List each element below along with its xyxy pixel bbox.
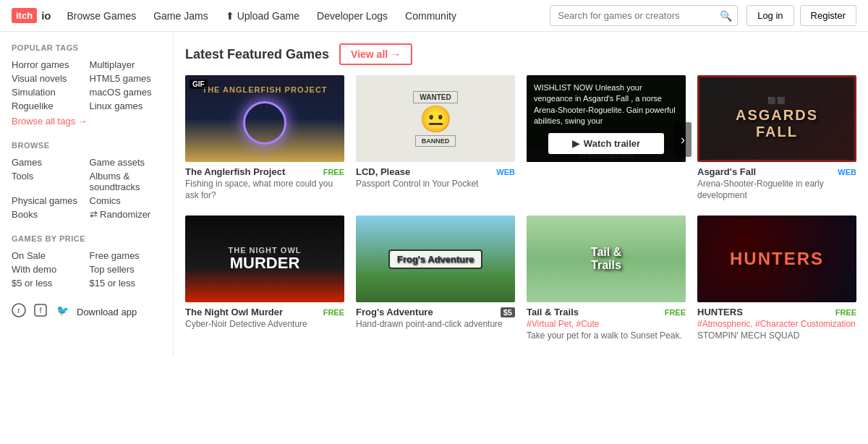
price-title: GAMES BY PRICE [12, 234, 161, 243]
tag-atmospheric[interactable]: #Atmospheric, #Character Customization [697, 319, 856, 329]
tag-horror[interactable]: Horror games [12, 59, 84, 70]
tag-roguelike[interactable]: Roguelike [12, 101, 84, 111]
game-desc: STOMPIN' MECH SQUAD [697, 330, 856, 342]
browse-books[interactable]: Books [12, 209, 84, 220]
game-info-nightowl: The Night Owl Murder FREE Cyber-Noir Det… [185, 302, 344, 333]
browse-albums[interactable]: Albums & soundtracks [90, 171, 162, 192]
game-thumb-anglerfish: GIF THE ANGLERFISH PROJECT [185, 75, 344, 162]
asgard-title-art: ASGARDSFALL [736, 107, 818, 140]
game-thumb-lcd: WANTED 😐 BANNED [356, 75, 515, 162]
svg-text:🐦: 🐦 [56, 304, 69, 317]
game-card-asgard[interactable]: ⬛⬛ ASGARDSFALL Asgard's Fall WEB Arena-S… [697, 75, 856, 204]
browse-comics[interactable]: Comics [90, 195, 162, 206]
game-info-hunters: HUNTERS FREE #Atmospheric, #Character Cu… [697, 302, 856, 345]
game-info-ingame [527, 162, 686, 192]
game-title: The Anglerfish Project [185, 166, 320, 177]
browse-all-tags[interactable]: Browse all tags → [12, 116, 88, 127]
game-thumb-hunters: HUNTERS [697, 215, 856, 302]
browse-randomizer[interactable]: ⇄ Randomizer [90, 209, 162, 220]
game-desc: Passport Control in Your Pocket [356, 179, 515, 190]
tag-virtual-pet[interactable]: #Virtual Pet, #Cute [527, 319, 600, 329]
browse-tools[interactable]: Tools [12, 171, 84, 192]
price-section: GAMES BY PRICE On Sale Free games With d… [12, 234, 161, 289]
tag-macos[interactable]: macOS games [90, 87, 162, 98]
logo-text: io [41, 9, 51, 22]
price-on-sale[interactable]: On Sale [12, 250, 84, 261]
game-info-asgard: Asgard's Fall WEB Arena-Shooter-Roguelit… [697, 162, 856, 204]
download-app-link[interactable]: Download app [77, 307, 137, 317]
game-title: Frog's Adventure [356, 307, 498, 317]
game-info-anglerfish: The Anglerfish Project FREE Fishing in s… [185, 162, 344, 204]
logo-box: itch [12, 8, 37, 23]
gif-badge: GIF [190, 80, 208, 89]
watch-trailer-button[interactable]: ▶ Watch trailer [548, 133, 664, 154]
game-card-ingame[interactable]: WISHLIST NOW Unleash your vengeance in A… [527, 75, 686, 204]
nav-community[interactable]: Community [398, 0, 464, 32]
section-title: Latest Featured Games [185, 47, 329, 62]
main-layout: POPULAR TAGS Horror games Multiplayer Vi… [0, 32, 868, 357]
game-desc: Arena-Shooter-Roguelite in early develop… [697, 179, 856, 201]
nav-game-jams[interactable]: Game Jams [146, 0, 215, 32]
game-info-tail: Tail & Trails FREE #Virtual Pet, #Cute T… [527, 302, 686, 345]
register-button[interactable]: Register [800, 5, 856, 26]
price-top-sellers[interactable]: Top sellers [90, 264, 162, 275]
nav-browse-games[interactable]: Browse Games [59, 0, 143, 32]
game-thumb-ingame: WISHLIST NOW Unleash your vengeance in A… [527, 75, 686, 162]
game-title: The Night Owl Murder [185, 307, 320, 317]
nav-developer-logs[interactable]: Developer Logs [310, 0, 395, 32]
browse-game-assets[interactable]: Game assets [90, 157, 162, 168]
tag-multiplayer[interactable]: Multiplayer [90, 59, 162, 70]
tag-visual-novels[interactable]: Visual novels [12, 73, 84, 84]
tag-simulation[interactable]: Simulation [12, 87, 84, 98]
circle-glow [243, 101, 286, 145]
tag-html5[interactable]: HTML5 games [90, 73, 162, 84]
facebook-icon[interactable]: f [33, 303, 48, 321]
game-title: HUNTERS [697, 307, 833, 317]
game-card-anglerfish[interactable]: GIF THE ANGLERFISH PROJECT The Anglerfis… [185, 75, 344, 204]
game-card-hunters[interactable]: HUNTERS HUNTERS FREE #Atmospheric, #Char… [697, 215, 856, 345]
game-badge: FREE [323, 308, 344, 317]
game-card-lcd[interactable]: WANTED 😐 BANNED LCD, Please WEB Passport… [356, 75, 515, 204]
game-desc: Hand-drawn point-and-click adventure [356, 319, 515, 330]
content: Latest Featured Games View all → GIF THE… [174, 32, 868, 357]
game-card-frog[interactable]: Frog's Adventure Frog's Adventure $5 Han… [356, 215, 515, 345]
sidebar-tags: Horror games Multiplayer Visual novels H… [12, 59, 161, 111]
price-with-demo[interactable]: With demo [12, 264, 84, 275]
login-button[interactable]: Log in [746, 5, 793, 26]
game-card-tail[interactable]: Tail &Trails Tail & Trails FREE #Virtual… [527, 215, 686, 345]
browse-physical[interactable]: Physical games [12, 195, 84, 206]
game-badge: FREE [665, 308, 686, 317]
price-5-less[interactable]: $5 or less [12, 278, 84, 289]
price-15-less[interactable]: $15 or less [90, 278, 162, 289]
twitter-icon[interactable]: 🐦 [55, 303, 69, 321]
hunters-title-art: HUNTERS [730, 249, 824, 269]
tag-linux[interactable]: Linux games [90, 101, 162, 111]
game-desc: Cyber-Noir Detective Adventure [185, 319, 344, 330]
game-desc: Fishing in space, what more could you as… [185, 179, 344, 201]
search-icon: 🔍 [720, 10, 732, 22]
carousel-next-icon[interactable]: › [674, 122, 692, 157]
browse-games[interactable]: Games [12, 157, 84, 168]
upload-icon: ⬆ [226, 10, 234, 22]
price-free[interactable]: Free games [90, 250, 162, 261]
sidebar: POPULAR TAGS Horror games Multiplayer Vi… [0, 32, 174, 357]
popular-tags-section: POPULAR TAGS Horror games Multiplayer Vi… [12, 43, 161, 127]
game-tags: #Virtual Pet, #Cute [527, 319, 686, 329]
game-tags: #Atmospheric, #Character Customization [697, 319, 856, 329]
reddit-icon[interactable]: r [12, 303, 26, 321]
browse-section: BROWSE Games Game assets Tools Albums & … [12, 141, 161, 220]
game-info-frog: Frog's Adventure $5 Hand-drawn point-and… [356, 302, 515, 333]
game-title: Tail & Trails [527, 307, 662, 317]
search-wrap: 🔍 [550, 5, 738, 26]
game-card-nightowl[interactable]: THE NIGHT OWL MURDER The Night Owl Murde… [185, 215, 344, 345]
game-grid: GIF THE ANGLERFISH PROJECT The Anglerfis… [185, 75, 856, 345]
section-header: Latest Featured Games View all → [185, 43, 856, 65]
nav-upload-game[interactable]: ⬆ Upload Game [218, 0, 307, 32]
search-input[interactable] [550, 5, 738, 26]
game-title: LCD, Please [356, 166, 493, 177]
view-all-button[interactable]: View all → [339, 43, 412, 65]
game-thumb-tail: Tail &Trails [527, 215, 686, 302]
game-badge: WEB [496, 168, 515, 176]
logo[interactable]: itch io [12, 8, 51, 23]
murder-title-art: THE NIGHT OWL MURDER [229, 246, 302, 272]
